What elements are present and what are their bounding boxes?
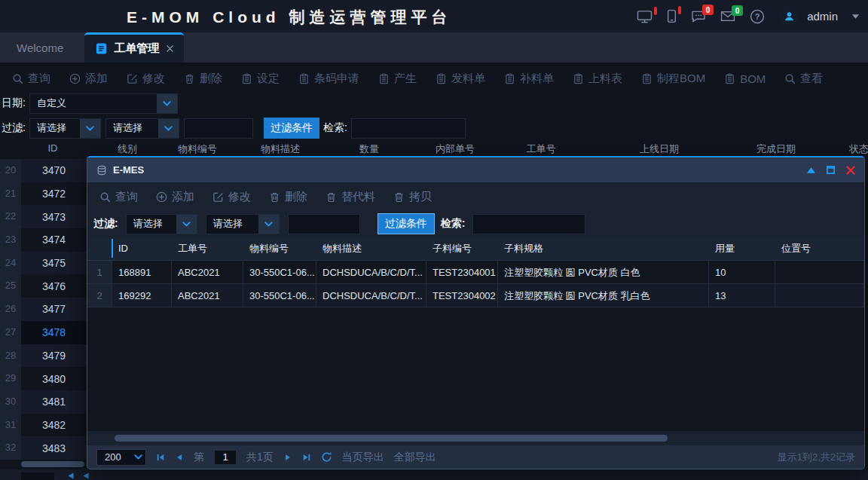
mail-icon[interactable]: 0	[720, 11, 735, 22]
table-row[interactable]: 2 169292 ABC2021 30-550C1-06... DCHSDUCA…	[87, 284, 864, 307]
monitor-icon[interactable]	[637, 10, 653, 23]
table-row[interactable]: 26 3477	[0, 298, 87, 321]
column-header[interactable]: ID	[112, 237, 172, 260]
search-input[interactable]	[351, 118, 466, 139]
toolbar-button[interactable]: 添加	[69, 72, 108, 86]
toolbar-button-icon	[504, 73, 515, 84]
toolbar-button-icon	[436, 73, 447, 84]
table-row[interactable]: 30 3481	[0, 390, 87, 414]
filter-field-select[interactable]: 请选择	[126, 214, 197, 234]
export-page-link[interactable]: 当页导出	[342, 451, 384, 464]
bg-page-size-select[interactable]	[21, 472, 54, 480]
table-row[interactable]: 27 3478	[0, 321, 87, 344]
table-row[interactable]: 29 3480	[0, 367, 87, 390]
phone-icon[interactable]	[667, 9, 677, 23]
close-icon[interactable]	[846, 166, 855, 175]
toolbar-button-label: 删除	[200, 72, 222, 86]
refresh-icon[interactable]	[321, 451, 332, 463]
table-row[interactable]: 31 3482	[0, 414, 87, 437]
last-page-icon[interactable]	[302, 453, 311, 462]
avatar[interactable]	[779, 7, 799, 26]
filter-field-select[interactable]: 请选择	[29, 118, 101, 139]
search-input[interactable]	[472, 214, 585, 234]
toolbar-button[interactable]: 补料单	[504, 72, 554, 86]
dialog-hscroll-thumb[interactable]	[115, 435, 668, 442]
column-header[interactable]: 子料规格	[498, 237, 709, 260]
column-header[interactable]: 状态	[849, 142, 868, 156]
tab-work-order[interactable]: 工单管理	[84, 32, 184, 63]
filter-value-input[interactable]	[288, 214, 360, 234]
toolbar-button[interactable]: 产生	[378, 72, 417, 86]
table-row[interactable]: 32 3483	[0, 436, 87, 460]
toolbar-button[interactable]: 设定	[241, 72, 280, 86]
page-size-select[interactable]: 200	[96, 449, 146, 466]
filter-condition-button[interactable]: 过滤条件	[377, 213, 435, 234]
column-header[interactable]: 物料描述	[316, 237, 426, 260]
toolbar-button[interactable]: 制程BOM	[641, 72, 705, 86]
column-header[interactable]: 上线日期	[640, 142, 679, 156]
date-select[interactable]: 自定义	[29, 93, 178, 114]
table-row[interactable]: 25 3476	[0, 274, 87, 298]
toolbar-button-label: 查看	[800, 72, 823, 86]
collapse-icon[interactable]	[807, 167, 815, 173]
dialog-titlebar[interactable]: E-MES	[87, 157, 864, 182]
toolbar-button[interactable]: 查询	[99, 190, 138, 204]
chat-icon[interactable]: 0	[691, 10, 706, 23]
column-header[interactable]: 用量	[709, 237, 775, 260]
maximize-icon[interactable]	[827, 166, 835, 174]
table-row[interactable]: 1 168891 ABC2021 30-550C1-06... DCHSDUCA…	[87, 261, 864, 284]
column-header[interactable]: 线别	[118, 142, 137, 156]
prev-page-icon[interactable]	[175, 453, 184, 462]
bg-first-page-icon[interactable]	[69, 473, 74, 479]
toolbar-button[interactable]: BOM	[724, 72, 766, 85]
chevron-down-icon	[158, 119, 179, 138]
column-header[interactable]: 工单号	[527, 142, 556, 156]
toolbar-button[interactable]: 上料表	[573, 72, 622, 86]
chevron-down-icon	[176, 215, 197, 234]
help-icon[interactable]: ?	[750, 9, 765, 24]
tab-close-icon[interactable]	[167, 45, 173, 52]
toolbar-button[interactable]: 删除	[269, 190, 307, 204]
table-row[interactable]: 24 3475	[0, 252, 87, 275]
column-header[interactable]: 数量	[359, 142, 379, 156]
toolbar-button[interactable]: 条码申请	[298, 72, 359, 86]
table-row[interactable]: 22 3473	[0, 205, 87, 228]
toolbar-button[interactable]: 修改	[127, 72, 165, 86]
table-row[interactable]: 23 3474	[0, 228, 87, 252]
toolbar-button[interactable]: 修改	[212, 190, 251, 204]
bg-prev-page-icon[interactable]	[84, 473, 89, 479]
bg-horizontal-scrollbar[interactable]	[21, 461, 84, 467]
tab-welcome[interactable]: Welcome	[0, 32, 80, 63]
export-all-link[interactable]: 全部导出	[394, 451, 436, 464]
first-page-icon[interactable]	[156, 453, 165, 462]
toolbar-button[interactable]: 删除	[184, 72, 222, 86]
next-page-icon[interactable]	[283, 453, 292, 462]
column-header[interactable]: 物料编号	[243, 237, 316, 260]
toolbar-button[interactable]: 添加	[156, 190, 194, 204]
toolbar-button[interactable]: 替代料	[326, 190, 375, 204]
column-header[interactable]: 物料描述	[261, 142, 300, 156]
table-row[interactable]: 20 3470	[0, 159, 87, 182]
table-row[interactable]: 28 3479	[0, 344, 87, 368]
table-row[interactable]: 21 3472	[0, 182, 87, 206]
toolbar-button[interactable]: 查看	[784, 72, 823, 86]
column-header[interactable]: 工单号	[172, 237, 243, 260]
column-header[interactable]: ID	[48, 142, 58, 154]
toolbar-button-icon	[784, 73, 796, 84]
filter-operator-select[interactable]: 请选择	[206, 214, 280, 234]
column-header[interactable]: 内部单号	[436, 142, 475, 156]
page-number-input[interactable]	[214, 450, 237, 465]
filter-operator-select[interactable]: 请选择	[105, 118, 179, 139]
filter-condition-button[interactable]: 过滤条件	[264, 118, 319, 139]
toolbar-button[interactable]: 发料单	[436, 72, 485, 86]
column-header[interactable]: 完成日期	[756, 142, 796, 156]
toolbar-button-label: 拷贝	[409, 190, 432, 204]
toolbar-button[interactable]: 查询	[12, 72, 50, 86]
tab-bar: Welcome 工单管理	[0, 32, 868, 66]
column-header[interactable]: 位置号	[775, 237, 864, 260]
filter-value-input[interactable]	[184, 118, 253, 139]
column-header[interactable]: 子料编号	[426, 237, 498, 260]
user-menu-caret-icon[interactable]	[852, 14, 859, 19]
column-header[interactable]: 物料编号	[178, 142, 217, 156]
toolbar-button[interactable]: 拷贝	[393, 190, 432, 204]
